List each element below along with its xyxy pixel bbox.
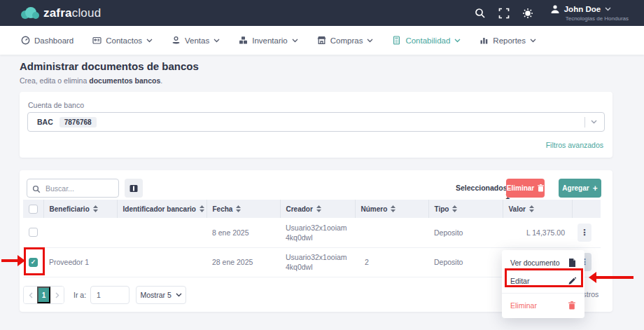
nav-item-compras[interactable]: Compras xyxy=(317,36,374,45)
user-company: Tecnologias de Honduras xyxy=(566,15,629,22)
pencil-icon xyxy=(568,277,576,285)
chevron-right-icon xyxy=(55,292,59,298)
annotation-arrow-left-shaft xyxy=(1,259,18,262)
chevron-left-icon xyxy=(29,292,33,298)
chevron-down-icon xyxy=(214,39,220,43)
bar-chart-icon xyxy=(479,36,489,45)
row-checkbox[interactable] xyxy=(29,228,38,237)
nav-label: Reportes xyxy=(493,36,526,45)
contacts-icon xyxy=(92,36,102,45)
page-size-select[interactable]: Mostrar 5 xyxy=(136,286,186,304)
cloud-logo-icon xyxy=(20,6,39,20)
row-context-menu: Ver documento Editar Eliminar xyxy=(502,250,584,318)
search-icon[interactable] xyxy=(475,8,486,19)
app-screen: zafracloud John Doe xyxy=(0,0,644,330)
select-all-checkbox[interactable] xyxy=(29,205,38,214)
brand-name: zafracloud xyxy=(43,6,101,20)
select-divider xyxy=(584,117,585,128)
columns-icon xyxy=(130,184,138,193)
bank-account-label: Cuenta de banco xyxy=(28,101,84,109)
brand-logo[interactable]: zafracloud xyxy=(20,6,101,20)
account-number-chip: 7876768 xyxy=(59,117,97,128)
check-icon: ✓ xyxy=(31,259,36,266)
chevron-down-icon xyxy=(146,39,153,43)
row-checkbox[interactable]: ✓ xyxy=(29,258,38,267)
store-icon xyxy=(317,36,326,45)
sort-icon[interactable] xyxy=(236,205,241,212)
chevron-down-icon xyxy=(605,7,611,11)
columns-button[interactable] xyxy=(125,179,143,198)
user-avatar-icon xyxy=(550,4,560,14)
nav-item-ventas[interactable]: Ventas xyxy=(172,36,220,45)
sort-icon[interactable] xyxy=(316,205,321,212)
chevron-down-icon xyxy=(176,293,182,297)
pagination: 1 Ir a: Mostrar 5 xyxy=(23,286,186,304)
nav-label: Compras xyxy=(330,36,363,45)
row-actions-button[interactable]: ⋮ xyxy=(578,224,592,242)
topbar: zafracloud John Doe xyxy=(0,0,644,26)
menu-item-edit[interactable]: Editar xyxy=(502,272,584,290)
bank-account-select[interactable]: BAC 7876768 xyxy=(27,112,605,132)
fullscreen-icon[interactable] xyxy=(498,8,510,19)
add-button[interactable]: Agregar + xyxy=(559,179,601,198)
table-row: 8 ene 2025 Usuario32x1ooiam4kq0dwl Depos… xyxy=(23,218,601,247)
calculator-icon xyxy=(392,36,401,45)
delete-button[interactable]: Eliminar xyxy=(506,179,545,198)
menu-divider xyxy=(502,293,584,294)
chevron-down-icon xyxy=(591,120,597,124)
menu-item-view-document[interactable]: Ver documento xyxy=(502,254,584,272)
nav-label: Inventario xyxy=(252,36,288,45)
search-icon xyxy=(32,184,41,192)
page-number-button[interactable]: 1 xyxy=(37,287,50,303)
bank-account-card: Cuenta de banco BAC 7876768 Filtros avan… xyxy=(20,92,612,158)
sales-icon xyxy=(172,36,181,45)
user-name: John Doe xyxy=(564,5,601,13)
page-title: Administrar documentos de bancos xyxy=(20,60,199,72)
nav-item-contabilidad[interactable]: Contabilidad xyxy=(392,36,461,45)
trash-icon xyxy=(538,184,544,192)
advanced-filters-link[interactable]: Filtros avanzados xyxy=(546,141,603,149)
menu-item-delete[interactable]: Eliminar xyxy=(502,296,584,315)
sort-icon[interactable] xyxy=(391,205,396,212)
nav-label: Ventas xyxy=(185,36,209,45)
user-menu[interactable]: John Doe Tecnologias de Honduras xyxy=(550,4,629,22)
kebab-icon: ⋮ xyxy=(580,228,589,238)
chevron-down-icon xyxy=(367,39,373,43)
nav-label: Dashboard xyxy=(34,36,74,45)
next-page-button[interactable] xyxy=(50,287,64,303)
trash-icon xyxy=(568,301,576,310)
goto-page-input[interactable] xyxy=(90,286,130,304)
chevron-down-icon xyxy=(530,39,536,43)
inventory-icon xyxy=(239,36,248,45)
tachometer-icon xyxy=(21,36,30,45)
nav-label: Contactos xyxy=(106,36,142,45)
nav-label: Contabilidad xyxy=(405,36,450,45)
table-header-row: Beneficiario Identificador bancario Fech… xyxy=(23,200,601,218)
nav-item-dashboard[interactable]: Dashboard xyxy=(21,36,74,45)
chevron-down-icon xyxy=(454,39,461,43)
chevron-down-icon xyxy=(292,39,298,43)
prev-page-button[interactable] xyxy=(24,287,37,303)
nav-item-contactos[interactable]: Contactos xyxy=(92,36,153,45)
plus-icon: + xyxy=(593,184,598,193)
nav-item-reportes[interactable]: Reportes xyxy=(479,36,536,45)
bank-code: BAC xyxy=(37,118,53,126)
sort-icon[interactable] xyxy=(452,205,457,212)
sort-icon[interactable] xyxy=(200,205,204,212)
theme-sun-icon[interactable] xyxy=(522,8,533,19)
goto-page-label: Ir a: xyxy=(74,291,86,299)
selected-count: Seleccionados: 1 xyxy=(454,184,510,200)
document-icon xyxy=(568,259,576,267)
sort-icon[interactable] xyxy=(93,205,98,212)
sort-icon[interactable] xyxy=(529,205,534,212)
page-subtitle: Crea, edita o elimina documentos bancos. xyxy=(20,76,162,85)
main-nav: Dashboard Contactos Ventas Inventario xyxy=(0,26,644,55)
nav-item-inventario[interactable]: Inventario xyxy=(239,36,298,45)
